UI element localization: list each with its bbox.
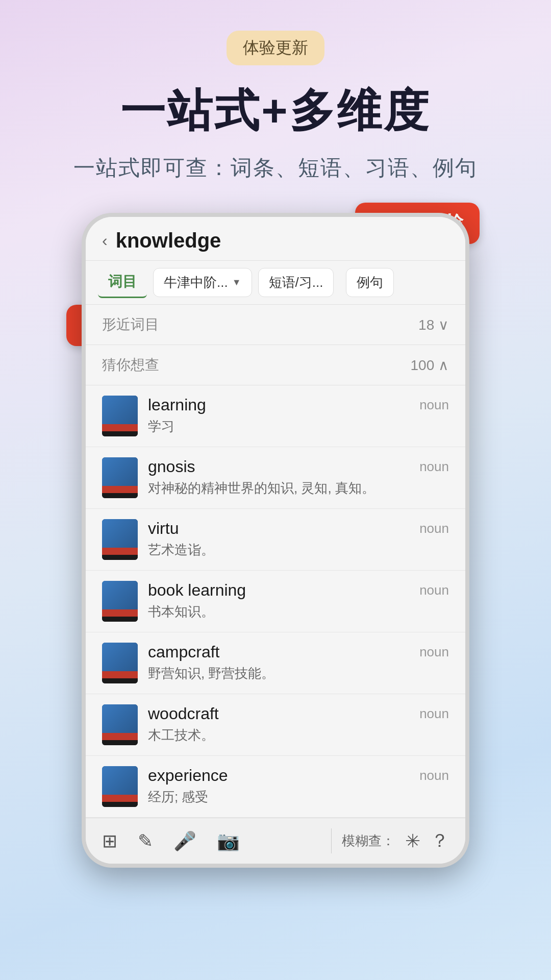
word-def-gnosis: 对神秘的精神世界的知识, 灵知, 真知。 xyxy=(148,479,449,497)
asterisk-icon[interactable]: ✳ xyxy=(405,830,420,852)
toolbar-right: 模糊查： ✳ ？ xyxy=(331,828,449,853)
section-similar-words[interactable]: 形近词目 18 ∨ xyxy=(86,305,465,345)
dictionary-icon-virtu xyxy=(102,519,138,560)
camera-icon[interactable]: 📷 xyxy=(217,830,240,852)
word-item-campcraft[interactable]: campcraft noun 野营知识, 野营技能。 xyxy=(86,632,465,694)
list-icon[interactable]: ⊞ xyxy=(102,830,117,852)
word-name-experience: experience xyxy=(148,766,228,785)
section-similar-count: 18 ∨ xyxy=(418,316,449,333)
word-pos-book-learning: noun xyxy=(419,582,449,598)
top-section: 体验更新 一站式+多维度 一站式即可查：词条、短语、习语、例句 xyxy=(0,0,551,182)
section-guess-words[interactable]: 猜你想查 100 ∧ xyxy=(86,345,465,385)
search-word: knowledge xyxy=(116,229,449,252)
word-def-woodcraft: 木工技术。 xyxy=(148,726,449,744)
word-item-experience[interactable]: experience noun 经历; 感受 xyxy=(86,756,465,818)
mic-icon[interactable]: 🎤 xyxy=(173,830,196,852)
phone-frame: ‹ knowledge 词目 牛津中阶... 短语/习... 例句 形近词目 xyxy=(82,213,469,868)
word-content-woodcraft: woodcraft noun 木工技术。 xyxy=(148,704,449,744)
word-name-learning: learning xyxy=(148,396,206,414)
word-name-virtu: virtu xyxy=(148,519,179,538)
word-def-learning: 学习 xyxy=(148,418,449,435)
section-guess-count: 100 ∧ xyxy=(411,357,449,374)
word-name-gnosis: gnosis xyxy=(148,457,195,476)
word-content-campcraft: campcraft noun 野营知识, 野营技能。 xyxy=(148,643,449,682)
word-item-virtu[interactable]: virtu noun 艺术造诣。 xyxy=(86,509,465,571)
phone-header: ‹ knowledge xyxy=(86,217,465,261)
word-content-gnosis: gnosis noun 对神秘的精神世界的知识, 灵知, 真知。 xyxy=(148,457,449,497)
question-icon[interactable]: ？ xyxy=(431,828,449,853)
word-content-learning: learning noun 学习 xyxy=(148,396,449,435)
tab-examples[interactable]: 例句 xyxy=(346,268,394,297)
word-def-experience: 经历; 感受 xyxy=(148,788,449,806)
word-pos-experience: noun xyxy=(419,768,449,783)
word-name-book-learning: book learning xyxy=(148,581,246,600)
phone-wrapper: 多维度查检 针对性查询词典 ‹ knowledge 词目 牛津中阶... 短语/… xyxy=(82,213,469,868)
content-area: 形近词目 18 ∨ 猜你想查 100 ∧ xyxy=(86,305,465,818)
section-guess-label: 猜你想查 xyxy=(102,355,159,375)
back-button[interactable]: ‹ xyxy=(102,231,108,250)
edit-icon[interactable]: ✎ xyxy=(138,830,153,852)
dictionary-icon-woodcraft xyxy=(102,704,138,745)
word-pos-campcraft: noun xyxy=(419,644,449,660)
dictionary-icon-experience xyxy=(102,766,138,807)
word-pos-virtu: noun xyxy=(419,521,449,536)
tab-word-list[interactable]: 词目 xyxy=(98,267,147,298)
tabs-row: 词目 牛津中阶... 短语/习... 例句 xyxy=(86,261,465,305)
word-item-woodcraft[interactable]: woodcraft noun 木工技术。 xyxy=(86,694,465,756)
word-name-woodcraft: woodcraft xyxy=(148,704,219,723)
toolbar-left: ⊞ ✎ 🎤 📷 xyxy=(102,830,240,852)
sub-title: 一站式即可查：词条、短语、习语、例句 xyxy=(0,154,551,182)
word-item-gnosis[interactable]: gnosis noun 对神秘的精神世界的知识, 灵知, 真知。 xyxy=(86,447,465,509)
phone-screen: ‹ knowledge 词目 牛津中阶... 短语/习... 例句 形近词目 xyxy=(86,217,465,864)
main-title: 一站式+多维度 xyxy=(0,81,551,141)
word-pos-woodcraft: noun xyxy=(419,706,449,722)
phone-toolbar: ⊞ ✎ 🎤 📷 模糊查： ✳ ？ xyxy=(86,818,465,864)
tab-phrases[interactable]: 短语/习... xyxy=(258,268,334,297)
word-pos-learning: noun xyxy=(419,397,449,413)
dictionary-icon-book-learning xyxy=(102,581,138,622)
dictionary-icon-learning xyxy=(102,396,138,436)
fuzzy-search-label: 模糊查： xyxy=(342,832,395,850)
tab-dictionary-dropdown[interactable]: 牛津中阶... xyxy=(153,268,252,297)
dictionary-icon-campcraft xyxy=(102,643,138,683)
dictionary-icon-gnosis xyxy=(102,457,138,498)
word-def-campcraft: 野营知识, 野营技能。 xyxy=(148,665,449,682)
word-def-book-learning: 书本知识。 xyxy=(148,603,449,621)
word-content-book-learning: book learning noun 书本知识。 xyxy=(148,581,449,621)
update-badge: 体验更新 xyxy=(227,31,324,65)
word-pos-gnosis: noun xyxy=(419,459,449,475)
word-def-virtu: 艺术造诣。 xyxy=(148,541,449,559)
word-name-campcraft: campcraft xyxy=(148,643,219,662)
word-content-virtu: virtu noun 艺术造诣。 xyxy=(148,519,449,559)
word-content-experience: experience noun 经历; 感受 xyxy=(148,766,449,806)
word-item-learning[interactable]: learning noun 学习 xyxy=(86,385,465,447)
section-similar-label: 形近词目 xyxy=(102,315,159,334)
word-item-book-learning[interactable]: book learning noun 书本知识。 xyxy=(86,571,465,632)
